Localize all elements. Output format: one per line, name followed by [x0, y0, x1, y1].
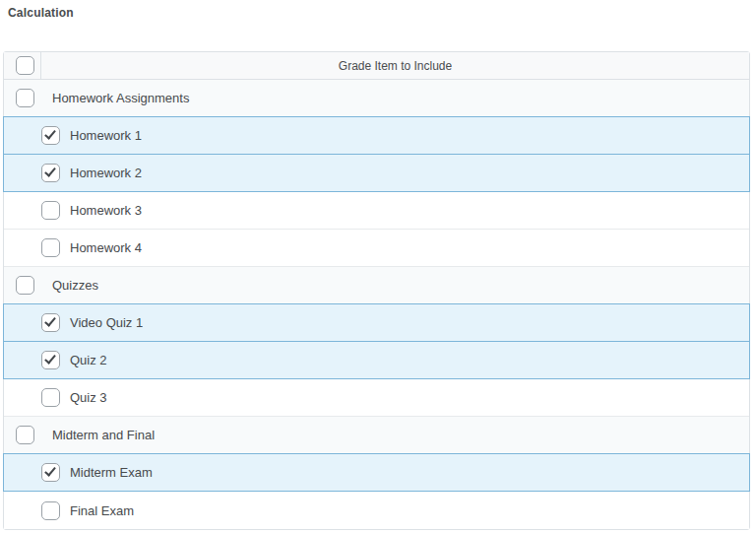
- row-label: Midterm Exam: [70, 465, 153, 480]
- table-row: Midterm Exam: [3, 453, 750, 492]
- table-row: Homework 1: [3, 116, 750, 155]
- row-checkbox[interactable]: [41, 501, 60, 520]
- table-row: Video Quiz 1: [3, 303, 750, 342]
- table-row: Homework 3: [4, 192, 749, 230]
- row-checkbox[interactable]: [41, 463, 60, 482]
- row-label: Midterm and Final: [52, 428, 155, 442]
- checkmark-icon: [44, 464, 56, 476]
- table-row: Homework 2: [3, 154, 750, 192]
- row-label: Quiz 3: [70, 390, 107, 405]
- table-row: Quizzes: [4, 267, 749, 304]
- table-row: Final Exam: [4, 492, 749, 529]
- row-checkbox[interactable]: [16, 276, 34, 295]
- row-checkbox[interactable]: [41, 238, 60, 257]
- row-label: Final Exam: [70, 503, 134, 518]
- calculation-page: Calculation Grade Item to Include Homewo…: [0, 0, 756, 533]
- table-row: Quiz 2: [3, 341, 750, 379]
- row-label: Homework Assignments: [52, 91, 189, 105]
- checkmark-icon: [44, 127, 56, 139]
- table-row: Quiz 3: [4, 379, 749, 417]
- row-checkbox[interactable]: [41, 388, 60, 407]
- table-row: Midterm and Final: [4, 417, 749, 454]
- row-checkbox[interactable]: [16, 89, 34, 107]
- table-header-label: Grade Item to Include: [41, 52, 749, 79]
- select-all-checkbox[interactable]: [16, 56, 34, 75]
- row-label: Homework 2: [70, 166, 142, 180]
- checkmark-icon: [44, 352, 56, 364]
- row-checkbox[interactable]: [41, 126, 60, 145]
- row-checkbox[interactable]: [16, 426, 34, 444]
- table-header-row: Grade Item to Include: [4, 52, 749, 80]
- checkmark-icon: [44, 165, 56, 176]
- select-all-cell: [4, 52, 41, 79]
- row-label: Homework 4: [70, 240, 142, 255]
- table-row: Homework Assignments: [4, 80, 749, 117]
- table-body: Homework Assignments Homework 1 Homework…: [4, 80, 749, 529]
- grade-items-table: Grade Item to Include Homework Assignmen…: [3, 51, 750, 530]
- table-row: Homework 4: [4, 230, 749, 267]
- row-label: Video Quiz 1: [70, 315, 143, 330]
- row-label: Quiz 2: [70, 353, 107, 367]
- row-checkbox[interactable]: [41, 201, 60, 220]
- row-label: Homework 3: [70, 203, 142, 218]
- row-label: Homework 1: [70, 128, 142, 143]
- row-checkbox[interactable]: [41, 351, 60, 369]
- checkmark-icon: [44, 314, 56, 326]
- row-checkbox[interactable]: [41, 313, 60, 332]
- row-label: Quizzes: [52, 278, 98, 293]
- page-title: Calculation: [8, 6, 74, 20]
- row-checkbox[interactable]: [41, 164, 60, 182]
